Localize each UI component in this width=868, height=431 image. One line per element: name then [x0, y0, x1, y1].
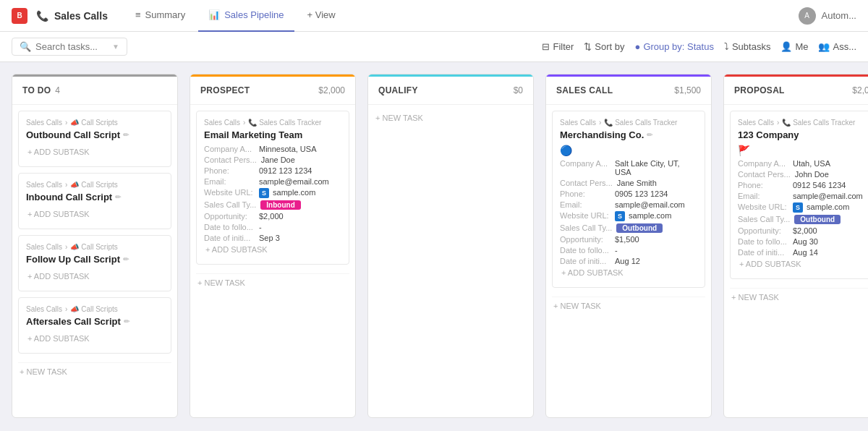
card-breadcrumb: Sales Calls › 📣 Call Scripts — [26, 305, 163, 313]
search-input[interactable] — [35, 41, 108, 52]
search-box[interactable]: 🔍 ▼ — [12, 38, 127, 56]
new-task-button-qualify[interactable]: + NEW TASK — [374, 111, 527, 125]
summary-icon: ≡ — [135, 9, 141, 20]
add-subtask-button[interactable]: + ADD SUBTASK — [560, 265, 697, 280]
tab-summary[interactable]: ≡ Summary — [125, 0, 195, 32]
field-contact: Contact Pers... John Doe — [738, 170, 868, 179]
group-icon: ● — [635, 41, 641, 52]
edit-icon: ✏ — [123, 255, 129, 263]
field-date-follow: Date to follo... - — [560, 246, 697, 255]
search-icon: 🔍 — [20, 41, 31, 52]
subtask-icon: ⤵ — [724, 41, 729, 52]
column-header-todo: TO DO 4 — [12, 77, 177, 105]
card-outbound-call-script[interactable]: Sales Calls › 📣 Call Scripts Outbound Ca… — [18, 111, 171, 167]
column-header-qualify: QUALIFY $0 — [368, 77, 533, 105]
column-qualify: QUALIFY $0 + NEW TASK — [367, 74, 534, 418]
column-title-salescall: SALES CALL — [556, 85, 613, 95]
column-header-prospect: PROSPECT $2,000 — [190, 77, 355, 105]
assign-icon: 👥 — [818, 41, 830, 52]
new-task-button-todo[interactable]: + NEW TASK — [18, 362, 171, 380]
column-todo: TO DO 4 Sales Calls › 📣 Call Scripts Out… — [12, 74, 178, 418]
add-subtask-button[interactable]: + ADD SUBTASK — [26, 331, 163, 346]
toolbar-actions: ⊟ Filter ⇅ Sort by ● Group by: Status ⤵ … — [542, 41, 856, 52]
card-title: Email Marketing Team — [204, 129, 341, 140]
header: B 📞 Sales Calls ≡ Summary 📊 Sales Pipeli… — [0, 0, 868, 32]
group-button[interactable]: ● Group by: Status — [635, 41, 714, 52]
column-count-todo: 4 — [55, 85, 60, 95]
column-header-proposal: PROPOSAL $2,000 — [724, 77, 868, 105]
field-opportunity: Opportunity: $2,000 — [204, 212, 341, 221]
new-task-button-proposal[interactable]: + NEW TASK — [730, 288, 868, 306]
column-body-todo: Sales Calls › 📣 Call Scripts Outbound Ca… — [12, 105, 177, 417]
add-subtask-button[interactable]: + ADD SUBTASK — [26, 207, 163, 221]
card-title: Merchandising Co. ✏ — [560, 129, 697, 140]
field-website: Website URL: S sample.com — [204, 188, 341, 198]
card-title: Aftersales Call Script ✏ — [26, 316, 163, 327]
field-phone: Phone: 0912 546 1234 — [738, 181, 868, 189]
new-task-button-prospect[interactable]: + NEW TASK — [196, 273, 349, 291]
add-subtask-button[interactable]: + ADD SUBTASK — [26, 269, 163, 283]
column-title-proposal: PROPOSAL — [734, 85, 785, 95]
column-title-todo: TO DO — [22, 85, 51, 95]
app-logo: B — [12, 8, 27, 24]
avatar: A — [799, 7, 816, 25]
card-followup-call-script[interactable]: Sales Calls › 📣 Call Scripts Follow Up C… — [18, 235, 171, 291]
column-proposal: PROPOSAL $2,000 Sales Calls › 📞 Sales Ca… — [723, 74, 868, 418]
pipeline-icon: 📊 — [208, 9, 220, 20]
card-aftersales-call-script[interactable]: Sales Calls › 📣 Call Scripts Aftersales … — [18, 297, 171, 354]
assign-button[interactable]: 👥 Ass... — [818, 41, 856, 52]
column-salescall: SALES CALL $1,500 Sales Calls › 📞 Sales … — [545, 74, 712, 418]
card-fields: Company A... Minnesota, USA Contact Pers… — [204, 145, 341, 242]
card-123-company[interactable]: Sales Calls › 📞 Sales Calls Tracker 123 … — [730, 111, 868, 279]
column-body-prospect: Sales Calls › 📞 Sales Calls Tracker Emai… — [190, 105, 355, 417]
card-title: 123 Company — [738, 129, 868, 140]
card-inbound-call-script[interactable]: Sales Calls › 📣 Call Scripts Inbound Cal… — [18, 173, 171, 229]
card-fields: Company A... Utah, USA Contact Pers... J… — [738, 159, 868, 257]
edit-icon: ✏ — [115, 193, 121, 201]
card-fields: Company A... Salt Lake City, UT, USA Con… — [560, 159, 697, 265]
field-website: Website URL: S sample.com — [738, 202, 868, 213]
card-breadcrumb: Sales Calls › 📞 Sales Calls Tracker — [738, 119, 868, 127]
toolbar: 🔍 ▼ ⊟ Filter ⇅ Sort by ● Group by: Statu… — [0, 32, 868, 62]
column-body-proposal: Sales Calls › 📞 Sales Calls Tracker 123 … — [724, 105, 868, 417]
add-subtask-button[interactable]: + ADD SUBTASK — [738, 257, 868, 271]
card-breadcrumb: Sales Calls › 📣 Call Scripts — [26, 243, 163, 251]
card-title: Outbound Call Script ✏ — [26, 129, 163, 140]
edit-icon: ✏ — [124, 317, 129, 325]
field-opportunity: Opportunity: $1,500 — [560, 235, 697, 244]
filter-button[interactable]: ⊟ Filter — [542, 41, 574, 52]
field-company: Company A... Utah, USA — [738, 159, 868, 168]
field-date-init: Date of initi... Aug 12 — [560, 257, 697, 265]
field-contact: Contact Pers... Jane Smith — [560, 179, 697, 187]
chevron-down-icon: ▼ — [112, 43, 119, 51]
field-contact: Contact Pers... Jane Doe — [204, 155, 341, 164]
field-date-init: Date of initi... Aug 14 — [738, 248, 868, 257]
field-email: Email: sample@email.com — [738, 192, 868, 200]
me-button[interactable]: 👤 Me — [780, 41, 808, 52]
field-phone: Phone: 0905 123 1234 — [560, 189, 697, 198]
page-title: 📞 Sales Calls — [36, 10, 108, 22]
card-breadcrumb: Sales Calls › 📞 Sales Calls Tracker — [560, 119, 697, 127]
add-subtask-button[interactable]: + ADD SUBTASK — [204, 242, 341, 257]
card-merchandising-co[interactable]: Sales Calls › 📞 Sales Calls Tracker Merc… — [552, 111, 705, 288]
column-title-prospect: PROSPECT — [200, 85, 250, 95]
column-amount-salescall: $1,500 — [674, 85, 701, 95]
field-opportunity: Opportunity: $2,000 — [738, 226, 868, 235]
field-date-follow: Date to follo... Aug 30 — [738, 237, 868, 246]
card-title: Follow Up Call Script ✏ — [26, 254, 163, 265]
field-company: Company A... Minnesota, USA — [204, 145, 341, 153]
column-amount-prospect: $2,000 — [318, 85, 345, 95]
new-task-button-salescall[interactable]: + NEW TASK — [552, 296, 705, 315]
sort-button[interactable]: ⇅ Sort by — [584, 41, 624, 52]
subtasks-button[interactable]: ⤵ Subtasks — [724, 41, 770, 52]
field-website: Website URL: S sample.com — [560, 211, 697, 221]
column-prospect: PROSPECT $2,000 Sales Calls › 📞 Sales Ca… — [190, 74, 356, 418]
card-breadcrumb: Sales Calls › 📣 Call Scripts — [26, 181, 163, 189]
flag-indicator: 🚩 — [738, 145, 868, 156]
field-date-follow: Date to follo... - — [204, 223, 341, 231]
tab-view[interactable]: + View — [297, 0, 346, 32]
tab-sales-pipeline[interactable]: 📊 Sales Pipeline — [198, 0, 294, 32]
card-email-marketing-team[interactable]: Sales Calls › 📞 Sales Calls Tracker Emai… — [196, 111, 349, 265]
add-subtask-button[interactable]: + ADD SUBTASK — [26, 145, 163, 159]
column-header-salescall: SALES CALL $1,500 — [546, 77, 711, 105]
